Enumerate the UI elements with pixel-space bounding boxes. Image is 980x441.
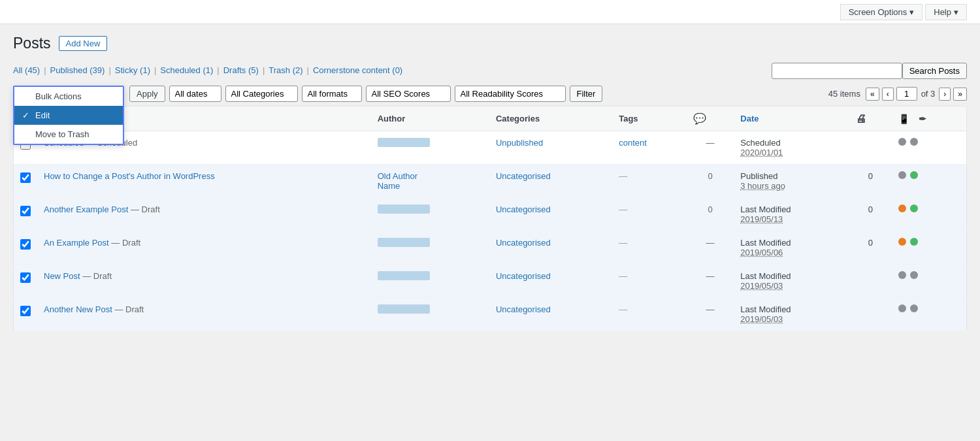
- screen-options-label: Screen Options: [849, 7, 907, 17]
- row-score-dots: [898, 271, 960, 279]
- row-date-cell: Last Modified2019/05/13: [734, 198, 849, 231]
- current-page-input[interactable]: [896, 87, 917, 101]
- category-link[interactable]: Uncategorised: [496, 304, 551, 314]
- table-row: An Example Post — DraftUncategorised——La…: [14, 231, 967, 265]
- category-link[interactable]: Uncategorised: [496, 204, 551, 214]
- readability-score-dot: [910, 171, 918, 179]
- table-row: Another Example Post — DraftUncategorise…: [14, 198, 967, 231]
- row-checkbox[interactable]: [20, 272, 31, 283]
- row-checkbox-cell: [14, 231, 38, 265]
- category-link[interactable]: Uncategorised: [496, 271, 551, 281]
- help-label: Help: [934, 7, 951, 17]
- top-bar: Screen Options ▾ Help ▾: [0, 0, 980, 24]
- readability-score-dot: [910, 238, 918, 246]
- tags-dash: —: [619, 171, 627, 181]
- nav-sticky[interactable]: Sticky (1): [115, 65, 150, 75]
- pagination: 45 items « ‹ of 3 › »: [828, 87, 967, 101]
- tag-link[interactable]: content: [619, 138, 647, 148]
- nav-all[interactable]: All (45): [13, 65, 40, 75]
- all-categories-select[interactable]: All Categories: [225, 86, 298, 102]
- bulk-actions-option-default[interactable]: Bulk Actions: [14, 87, 123, 106]
- apply-button[interactable]: Apply: [129, 86, 165, 102]
- row-comments-cell: 0: [687, 198, 734, 231]
- filters-container: Bulk Actions ✓ Edit Move to Trash Apply …: [13, 86, 967, 102]
- post-title-link[interactable]: How to Change a Post's Author in WordPre…: [44, 171, 215, 181]
- bulk-actions-option-trash[interactable]: Move to Trash: [14, 125, 123, 144]
- date-value: 2019/05/06: [740, 248, 783, 257]
- author-blurred: [378, 304, 430, 314]
- nav-published[interactable]: Published (39): [50, 65, 105, 75]
- author-blurred: [378, 238, 430, 247]
- seo-score-dot: [898, 238, 906, 246]
- row-author-cell: [371, 265, 489, 298]
- row-seo-cell: [849, 131, 892, 165]
- readability-score-dot: [910, 204, 918, 212]
- header-readability-col[interactable]: 📱 ✒: [892, 106, 967, 131]
- post-title-link[interactable]: New Post: [44, 271, 80, 281]
- seo-score-dot: [898, 171, 906, 179]
- table-row: New Post — DraftUncategorised——Last Modi…: [14, 265, 967, 298]
- author-link-2[interactable]: Name: [378, 181, 483, 191]
- category-link[interactable]: Uncategorised: [496, 238, 551, 248]
- next-page-button[interactable]: ›: [939, 88, 951, 101]
- tags-dash: —: [619, 304, 627, 314]
- seo-icon: 🖨: [856, 113, 866, 124]
- all-seo-select[interactable]: All SEO Scores: [366, 86, 451, 102]
- row-checkbox[interactable]: [20, 206, 31, 216]
- category-link[interactable]: Unpublished: [496, 138, 543, 148]
- all-formats-select[interactable]: All formats: [302, 86, 362, 102]
- header-comments-col[interactable]: 💬: [687, 106, 734, 131]
- row-tags-cell: —: [612, 265, 687, 298]
- post-title-link[interactable]: Another New Post: [44, 304, 112, 314]
- row-title-cell: Another New Post — Draft: [37, 298, 371, 331]
- bulk-actions-option-edit[interactable]: ✓ Edit: [14, 106, 123, 125]
- help-button[interactable]: Help ▾: [925, 4, 967, 20]
- first-page-button[interactable]: «: [866, 88, 879, 101]
- row-seo-cell: 0: [849, 231, 892, 265]
- row-categories-cell: Uncategorised: [489, 165, 612, 198]
- row-author-cell: [371, 198, 489, 231]
- search-posts-input[interactable]: [772, 63, 902, 79]
- row-checkbox[interactable]: [20, 239, 31, 250]
- row-title-cell: New Post — Draft: [37, 265, 371, 298]
- header-author-col[interactable]: Author: [371, 106, 489, 131]
- date-label: Last Modified: [740, 238, 791, 248]
- header-tags-col[interactable]: Tags: [612, 106, 687, 131]
- row-date-cell: Scheduled2020/01/01: [734, 131, 849, 165]
- tags-dash: —: [619, 271, 627, 281]
- last-page-button[interactable]: »: [953, 88, 967, 101]
- screen-options-button[interactable]: Screen Options ▾: [840, 4, 923, 20]
- post-status-suffix: — Draft: [112, 304, 144, 314]
- table-body: Scheduled — ScheduledUnpublishedcontent—…: [14, 131, 967, 331]
- row-author-cell: [371, 231, 489, 265]
- post-title-link[interactable]: An Example Post: [44, 238, 109, 248]
- comments-icon: 💬: [693, 113, 706, 124]
- seo-score-dot: [898, 138, 906, 146]
- row-tags-cell: content: [612, 131, 687, 165]
- table-row: Another New Post — DraftUncategorised——L…: [14, 298, 967, 331]
- post-title-link[interactable]: Another Example Post: [44, 204, 128, 214]
- author-link[interactable]: Old Author: [378, 171, 483, 181]
- header-seo-col[interactable]: 🖨: [849, 106, 892, 131]
- header-categories-col[interactable]: Categories: [489, 106, 612, 131]
- all-dates-select[interactable]: All dates: [169, 86, 221, 102]
- header-date-col[interactable]: Date: [734, 106, 849, 131]
- nav-scheduled[interactable]: Scheduled (1): [160, 65, 213, 75]
- add-new-button[interactable]: Add New: [59, 36, 108, 51]
- row-dots-cell: [892, 265, 967, 298]
- row-categories-cell: Uncategorised: [489, 231, 612, 265]
- prev-page-button[interactable]: ‹: [882, 88, 894, 101]
- row-checkbox[interactable]: [20, 172, 31, 183]
- row-date-cell: Last Modified2019/05/03: [734, 265, 849, 298]
- category-link[interactable]: Uncategorised: [496, 171, 551, 181]
- filter-button[interactable]: Filter: [570, 86, 603, 102]
- all-readability-select[interactable]: All Readability Scores: [455, 86, 566, 102]
- nav-trash[interactable]: Trash (2): [269, 65, 302, 75]
- search-posts-button[interactable]: Search Posts: [902, 63, 967, 79]
- row-seo-cell: [849, 265, 892, 298]
- nav-drafts[interactable]: Drafts (5): [223, 65, 259, 75]
- row-checkbox[interactable]: [20, 306, 31, 316]
- row-comments-cell: —: [687, 231, 734, 265]
- nav-cornerstone[interactable]: Cornerstone content (0): [313, 65, 402, 75]
- sep4: |: [217, 65, 219, 75]
